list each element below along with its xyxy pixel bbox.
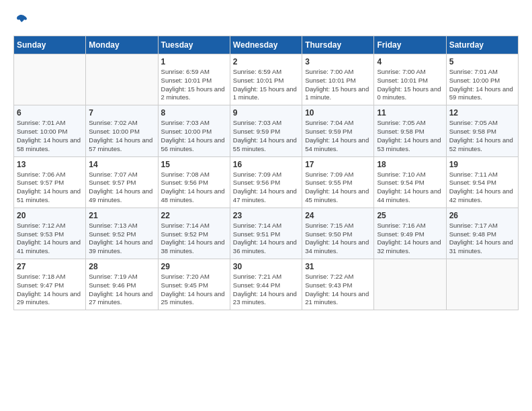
day-number: 27 — [17, 262, 83, 271]
calendar-cell — [86, 54, 158, 105]
weekday-header-sunday: Sunday — [14, 36, 86, 54]
page-header — [13, 13, 519, 30]
calendar-cell: 17Sunrise: 7:09 AM Sunset: 9:55 PM Dayli… — [302, 156, 374, 208]
day-number: 18 — [377, 160, 443, 169]
day-info: Sunrise: 7:19 AM Sunset: 9:46 PM Dayligh… — [89, 273, 154, 307]
calendar-cell: 30Sunrise: 7:21 AM Sunset: 9:44 PM Dayli… — [230, 259, 302, 310]
day-info: Sunrise: 6:59 AM Sunset: 10:01 PM Daylig… — [233, 68, 299, 102]
calendar-cell: 7Sunrise: 7:02 AM Sunset: 10:00 PM Dayli… — [86, 105, 158, 156]
calendar-cell: 8Sunrise: 7:03 AM Sunset: 10:00 PM Dayli… — [158, 105, 230, 156]
day-info: Sunrise: 7:01 AM Sunset: 10:00 PM Daylig… — [449, 68, 515, 102]
day-number: 6 — [17, 108, 83, 118]
day-info: Sunrise: 7:00 AM Sunset: 10:01 PM Daylig… — [305, 68, 371, 102]
weekday-header-friday: Friday — [374, 36, 446, 54]
calendar-cell: 20Sunrise: 7:12 AM Sunset: 9:53 PM Dayli… — [14, 208, 86, 259]
calendar-cell — [374, 259, 446, 310]
calendar-cell: 25Sunrise: 7:16 AM Sunset: 9:49 PM Dayli… — [374, 208, 446, 259]
calendar-cell: 26Sunrise: 7:17 AM Sunset: 9:48 PM Dayli… — [446, 208, 518, 259]
day-info: Sunrise: 7:01 AM Sunset: 10:00 PM Daylig… — [17, 119, 83, 153]
weekday-header-wednesday: Wednesday — [230, 36, 302, 54]
day-number: 17 — [305, 160, 371, 169]
calendar-cell: 29Sunrise: 7:20 AM Sunset: 9:45 PM Dayli… — [158, 259, 230, 310]
calendar-cell: 22Sunrise: 7:14 AM Sunset: 9:52 PM Dayli… — [158, 208, 230, 259]
logo-bird-icon — [15, 13, 28, 27]
day-info: Sunrise: 7:15 AM Sunset: 9:50 PM Dayligh… — [305, 222, 371, 256]
calendar-cell: 6Sunrise: 7:01 AM Sunset: 10:00 PM Dayli… — [14, 105, 86, 156]
day-number: 15 — [161, 160, 227, 169]
calendar-cell: 10Sunrise: 7:04 AM Sunset: 9:59 PM Dayli… — [302, 105, 374, 156]
day-number: 7 — [89, 108, 154, 118]
weekday-header-tuesday: Tuesday — [158, 36, 230, 54]
day-number: 19 — [449, 160, 515, 169]
calendar-week-row: 13Sunrise: 7:06 AM Sunset: 9:57 PM Dayli… — [14, 156, 519, 208]
calendar-cell: 2Sunrise: 6:59 AM Sunset: 10:01 PM Dayli… — [230, 54, 302, 105]
day-number: 3 — [305, 57, 371, 66]
day-info: Sunrise: 7:21 AM Sunset: 9:44 PM Dayligh… — [233, 273, 299, 307]
calendar-cell: 21Sunrise: 7:13 AM Sunset: 9:52 PM Dayli… — [86, 208, 158, 259]
calendar-week-row: 27Sunrise: 7:18 AM Sunset: 9:47 PM Dayli… — [14, 259, 519, 310]
weekday-header-monday: Monday — [86, 36, 158, 54]
day-number: 13 — [17, 160, 83, 169]
calendar-cell — [446, 259, 518, 310]
calendar-cell: 28Sunrise: 7:19 AM Sunset: 9:46 PM Dayli… — [86, 259, 158, 310]
day-info: Sunrise: 7:09 AM Sunset: 9:56 PM Dayligh… — [233, 171, 299, 205]
day-info: Sunrise: 6:59 AM Sunset: 10:01 PM Daylig… — [161, 68, 227, 102]
logo — [13, 13, 28, 30]
day-info: Sunrise: 7:11 AM Sunset: 9:54 PM Dayligh… — [449, 171, 515, 205]
day-info: Sunrise: 7:10 AM Sunset: 9:54 PM Dayligh… — [377, 171, 443, 205]
day-number: 4 — [377, 57, 443, 66]
day-number: 21 — [89, 211, 154, 220]
day-info: Sunrise: 7:16 AM Sunset: 9:49 PM Dayligh… — [377, 222, 443, 256]
day-number: 28 — [89, 262, 154, 271]
day-info: Sunrise: 7:18 AM Sunset: 9:47 PM Dayligh… — [17, 273, 83, 307]
calendar-cell: 9Sunrise: 7:03 AM Sunset: 9:59 PM Daylig… — [230, 105, 302, 156]
calendar-cell: 14Sunrise: 7:07 AM Sunset: 9:57 PM Dayli… — [86, 156, 158, 208]
day-info: Sunrise: 7:12 AM Sunset: 9:53 PM Dayligh… — [17, 222, 83, 256]
day-number: 23 — [233, 211, 299, 220]
day-number: 16 — [233, 160, 299, 169]
day-info: Sunrise: 7:17 AM Sunset: 9:48 PM Dayligh… — [449, 222, 515, 256]
calendar-cell: 27Sunrise: 7:18 AM Sunset: 9:47 PM Dayli… — [14, 259, 86, 310]
calendar-cell: 3Sunrise: 7:00 AM Sunset: 10:01 PM Dayli… — [302, 54, 374, 105]
day-number: 20 — [17, 211, 83, 220]
day-info: Sunrise: 7:20 AM Sunset: 9:45 PM Dayligh… — [161, 273, 227, 307]
day-info: Sunrise: 7:05 AM Sunset: 9:58 PM Dayligh… — [377, 119, 443, 153]
day-number: 26 — [449, 211, 515, 220]
calendar-cell: 18Sunrise: 7:10 AM Sunset: 9:54 PM Dayli… — [374, 156, 446, 208]
day-number: 30 — [233, 262, 299, 271]
day-info: Sunrise: 7:05 AM Sunset: 9:58 PM Dayligh… — [449, 119, 515, 153]
calendar-cell: 19Sunrise: 7:11 AM Sunset: 9:54 PM Dayli… — [446, 156, 518, 208]
calendar-cell: 16Sunrise: 7:09 AM Sunset: 9:56 PM Dayli… — [230, 156, 302, 208]
day-info: Sunrise: 7:02 AM Sunset: 10:00 PM Daylig… — [89, 119, 154, 153]
calendar-week-row: 1Sunrise: 6:59 AM Sunset: 10:01 PM Dayli… — [14, 54, 519, 105]
day-info: Sunrise: 7:22 AM Sunset: 9:43 PM Dayligh… — [305, 273, 371, 307]
day-number: 2 — [233, 57, 299, 66]
calendar-week-row: 6Sunrise: 7:01 AM Sunset: 10:00 PM Dayli… — [14, 105, 519, 156]
weekday-header-saturday: Saturday — [446, 36, 518, 54]
day-number: 14 — [89, 160, 154, 169]
day-info: Sunrise: 7:14 AM Sunset: 9:51 PM Dayligh… — [233, 222, 299, 256]
calendar-cell: 31Sunrise: 7:22 AM Sunset: 9:43 PM Dayli… — [302, 259, 374, 310]
calendar-week-row: 20Sunrise: 7:12 AM Sunset: 9:53 PM Dayli… — [14, 208, 519, 259]
calendar-cell: 4Sunrise: 7:00 AM Sunset: 10:01 PM Dayli… — [374, 54, 446, 105]
weekday-header-thursday: Thursday — [302, 36, 374, 54]
day-number: 31 — [305, 262, 371, 271]
day-info: Sunrise: 7:04 AM Sunset: 9:59 PM Dayligh… — [305, 119, 371, 153]
calendar-cell: 23Sunrise: 7:14 AM Sunset: 9:51 PM Dayli… — [230, 208, 302, 259]
day-number: 5 — [449, 57, 515, 66]
calendar-cell: 1Sunrise: 6:59 AM Sunset: 10:01 PM Dayli… — [158, 54, 230, 105]
calendar-cell: 11Sunrise: 7:05 AM Sunset: 9:58 PM Dayli… — [374, 105, 446, 156]
day-number: 12 — [449, 108, 515, 118]
day-info: Sunrise: 7:14 AM Sunset: 9:52 PM Dayligh… — [161, 222, 227, 256]
day-info: Sunrise: 7:03 AM Sunset: 10:00 PM Daylig… — [161, 119, 227, 153]
day-info: Sunrise: 7:09 AM Sunset: 9:55 PM Dayligh… — [305, 171, 371, 205]
calendar-cell: 5Sunrise: 7:01 AM Sunset: 10:00 PM Dayli… — [446, 54, 518, 105]
calendar-cell: 12Sunrise: 7:05 AM Sunset: 9:58 PM Dayli… — [446, 105, 518, 156]
day-number: 1 — [161, 57, 227, 66]
day-number: 8 — [161, 108, 227, 118]
day-number: 25 — [377, 211, 443, 220]
day-number: 9 — [233, 108, 299, 118]
day-number: 29 — [161, 262, 227, 271]
day-info: Sunrise: 7:06 AM Sunset: 9:57 PM Dayligh… — [17, 171, 83, 205]
day-number: 10 — [305, 108, 371, 118]
